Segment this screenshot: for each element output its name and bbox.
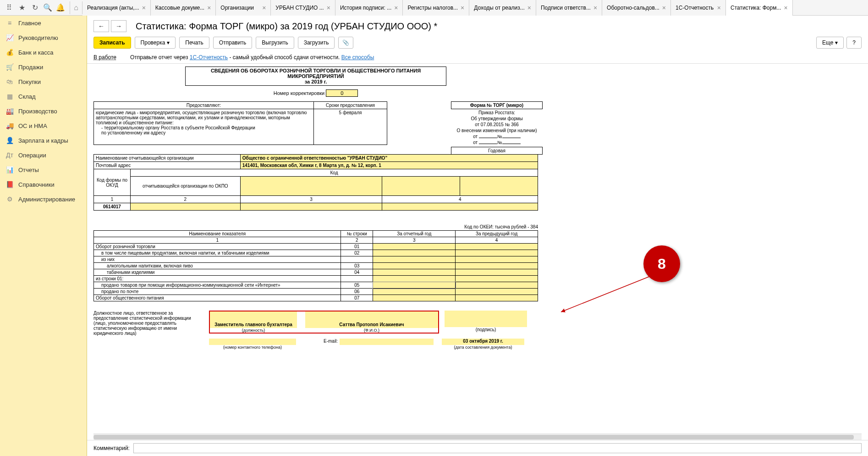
help-button[interactable]: ? bbox=[846, 37, 862, 49]
report-year-cell[interactable] bbox=[373, 250, 456, 256]
history-icon[interactable]: ↻ bbox=[28, 1, 41, 14]
sidebar-item[interactable]: 👤Зарплата и кадры bbox=[0, 133, 87, 148]
tab[interactable]: Подписи ответств...× bbox=[536, 0, 602, 16]
sidebar-item[interactable]: 📈Руководителю bbox=[0, 30, 87, 45]
close-icon[interactable]: × bbox=[784, 4, 787, 11]
close-icon[interactable]: × bbox=[394, 4, 398, 11]
link-1s-report[interactable]: 1С-Отчетность bbox=[190, 54, 228, 61]
favorite-icon[interactable]: ★ bbox=[16, 1, 28, 14]
sidebar-item[interactable]: 🏭Производство bbox=[0, 104, 87, 118]
report-year-cell[interactable] bbox=[373, 276, 456, 282]
report-year-cell[interactable] bbox=[373, 256, 456, 263]
close-icon[interactable]: × bbox=[207, 4, 211, 11]
sidebar-item[interactable]: 🛒Продажи bbox=[0, 60, 87, 74]
sidebar-label: Продажи bbox=[18, 64, 43, 71]
sidebar-item[interactable]: 🚚ОС и НМА bbox=[0, 118, 87, 133]
nav-forward-button[interactable]: → bbox=[111, 20, 126, 32]
signature-field[interactable] bbox=[445, 311, 527, 327]
close-icon[interactable]: × bbox=[327, 4, 330, 11]
top-toolbar: ⠿ ★ ↻ 🔍 🔔 ⌂ Реализация (акты,...×Кассовы… bbox=[0, 0, 868, 16]
okpo-input[interactable] bbox=[240, 177, 382, 196]
tab[interactable]: Организации× bbox=[216, 0, 271, 16]
write-button[interactable]: Записать bbox=[93, 37, 131, 49]
prev-year-cell[interactable] bbox=[456, 289, 538, 295]
okud-row-input[interactable] bbox=[130, 203, 240, 211]
tab[interactable]: Оборотно-сальдов...× bbox=[602, 0, 671, 16]
attach-button[interactable]: 📎 bbox=[338, 37, 353, 49]
prev-year-cell[interactable] bbox=[456, 276, 538, 282]
bell-icon[interactable]: 🔔 bbox=[54, 1, 67, 14]
sidebar-item[interactable]: 🛍Покупки bbox=[0, 74, 87, 89]
phone-field[interactable] bbox=[209, 339, 296, 345]
sidebar-label: Банк и касса bbox=[18, 49, 54, 56]
home-icon[interactable]: ⌂ bbox=[70, 1, 82, 14]
okei-note: Код по ОКЕИ: тысяча рублей - 384 bbox=[93, 224, 538, 229]
close-icon[interactable]: × bbox=[717, 4, 721, 11]
correction-input[interactable]: 0 bbox=[326, 89, 358, 97]
table-row: в том числе пищевыми продуктами, включая… bbox=[94, 250, 538, 256]
report-year-cell[interactable] bbox=[373, 244, 456, 250]
form-scroll-area[interactable]: СВЕДЕНИЯ ОБ ОБОРОТАХ РОЗНИЧНОЙ ТОРГОВЛИ … bbox=[87, 64, 868, 434]
signature-area: Должностное лицо, ответственное за предо… bbox=[93, 311, 538, 336]
search-icon[interactable]: 🔍 bbox=[41, 1, 54, 14]
tab[interactable]: 1С-Отчетность× bbox=[671, 0, 726, 16]
close-icon[interactable]: × bbox=[262, 4, 266, 11]
email-field[interactable] bbox=[340, 339, 434, 345]
sidebar-item[interactable]: ДтОперации bbox=[0, 148, 87, 162]
report-year-cell[interactable] bbox=[373, 295, 456, 301]
horizontal-scrollbar[interactable] bbox=[93, 434, 862, 440]
export-button[interactable]: Выгрузить bbox=[256, 37, 294, 49]
tab[interactable]: Кассовые докуме...× bbox=[151, 0, 216, 16]
prev-year-cell[interactable] bbox=[456, 282, 538, 289]
report-year-cell[interactable] bbox=[373, 289, 456, 295]
sidebar-item[interactable]: ≡Главное bbox=[0, 16, 87, 30]
close-icon[interactable]: × bbox=[593, 4, 597, 11]
tab[interactable]: Реализация (акты,...× bbox=[82, 0, 151, 16]
prev-year-cell[interactable] bbox=[456, 244, 538, 250]
nav-back-button[interactable]: ← bbox=[93, 20, 109, 32]
table-row: табачными изделиями04 bbox=[94, 269, 538, 276]
comment-input[interactable] bbox=[133, 443, 862, 453]
tab[interactable]: История подписи: ...× bbox=[335, 0, 403, 16]
sidebar-item[interactable]: ⚙Администрирование bbox=[0, 192, 87, 206]
link-all-methods[interactable]: Все способы bbox=[341, 54, 374, 61]
status-label[interactable]: В работе bbox=[93, 54, 116, 61]
close-icon[interactable]: × bbox=[527, 4, 531, 11]
table-row: из них bbox=[94, 256, 538, 263]
prev-year-cell[interactable] bbox=[456, 295, 538, 301]
sidebar-item[interactable]: 💰Банк и касса bbox=[0, 45, 87, 60]
send-button[interactable]: Отправить bbox=[213, 37, 253, 49]
sidebar-label: Отчеты bbox=[18, 167, 39, 173]
tab[interactable]: Статистика: Форм...× bbox=[726, 0, 793, 16]
code4-input[interactable] bbox=[460, 177, 538, 196]
fullname-field[interactable]: Саттва Протопоп Исакиевич bbox=[305, 311, 438, 328]
position-field[interactable]: Заместитель главного бухгалтера bbox=[210, 311, 297, 328]
prev-year-cell[interactable] bbox=[456, 263, 538, 269]
sidebar-icon: 🏭 bbox=[5, 107, 14, 115]
sidebar-item[interactable]: 📊Отчеты bbox=[0, 162, 87, 177]
import-button[interactable]: Загрузить bbox=[298, 37, 335, 49]
sidebar-item[interactable]: 📕Справочники bbox=[0, 177, 87, 192]
tab[interactable]: Регистры налогов...× bbox=[403, 0, 469, 16]
prev-year-cell[interactable] bbox=[456, 269, 538, 276]
more-button[interactable]: Еще ▾ bbox=[816, 37, 844, 49]
report-year-cell[interactable] bbox=[373, 263, 456, 269]
print-button[interactable]: Печать bbox=[179, 37, 209, 49]
report-year-cell[interactable] bbox=[373, 269, 456, 276]
report-year-cell[interactable] bbox=[373, 282, 456, 289]
tab[interactable]: Доходы от реализ...× bbox=[469, 0, 536, 16]
correction-row: Номер корректировки 0 bbox=[185, 89, 446, 97]
sidebar-item[interactable]: ▦Склад bbox=[0, 89, 87, 104]
prev-year-cell[interactable] bbox=[456, 250, 538, 256]
code3-input[interactable] bbox=[382, 177, 460, 196]
date-field[interactable]: 03 октября 2019 г. bbox=[442, 339, 524, 345]
close-icon[interactable]: × bbox=[662, 4, 666, 11]
prev-year-cell[interactable] bbox=[456, 256, 538, 263]
check-button[interactable]: Проверка ▾ bbox=[135, 37, 176, 49]
tab[interactable]: УРБАН СТУДИО ...× bbox=[271, 0, 335, 16]
apps-icon[interactable]: ⠿ bbox=[3, 1, 16, 14]
sidebar-label: Руководителю bbox=[18, 34, 58, 41]
sidebar-label: Главное bbox=[18, 20, 41, 27]
close-icon[interactable]: × bbox=[142, 4, 146, 11]
close-icon[interactable]: × bbox=[461, 4, 464, 11]
